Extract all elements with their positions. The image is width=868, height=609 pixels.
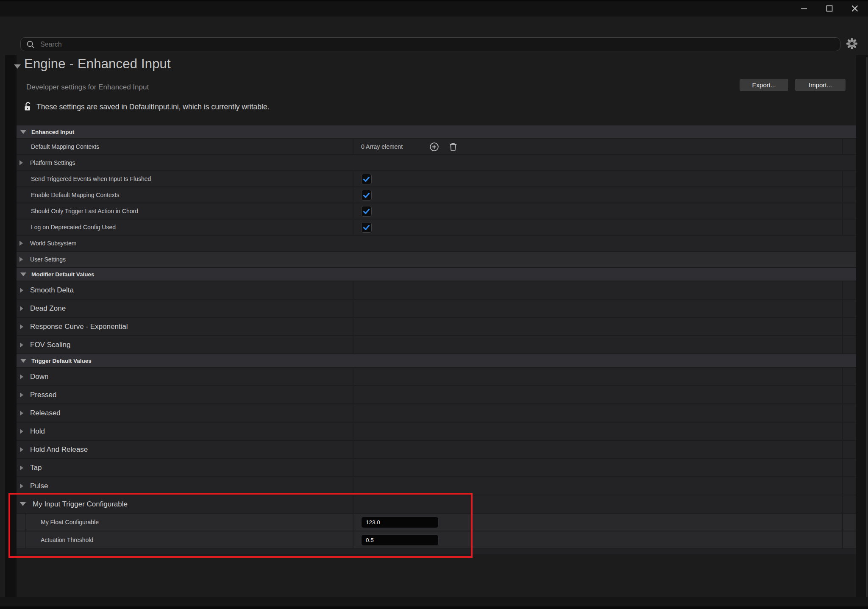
section-header-enhanced-input[interactable]: Enhanced Input <box>17 125 856 138</box>
row-fov-scaling[interactable]: FOV Scaling <box>17 336 856 353</box>
close-button[interactable] <box>848 3 862 14</box>
settings-table: Enhanced InputDefault Mapping Contexts0 … <box>17 125 856 555</box>
row-log-on-deprecated-config-used: Log on Deprecated Config Used <box>17 220 856 235</box>
checkbox[interactable] <box>361 174 372 184</box>
checkbox[interactable] <box>361 206 372 217</box>
maximize-button[interactable] <box>822 3 837 14</box>
expand-arrow-icon <box>20 484 23 489</box>
name-cell: Enable Default Mapping Contexts <box>17 187 353 203</box>
value-input[interactable] <box>361 517 439 528</box>
import-button[interactable]: Import... <box>795 79 846 91</box>
scrollbar[interactable] <box>866 57 868 597</box>
group-label: Pressed <box>30 391 56 399</box>
value-cell <box>353 386 842 403</box>
row-my-input-trigger-configurable[interactable]: My Input Trigger Configurable <box>17 495 856 513</box>
page-collapse-arrow-icon[interactable] <box>14 64 21 69</box>
value-cell <box>353 368 842 385</box>
expand-arrow-icon <box>20 465 23 470</box>
collapse-arrow-icon <box>20 273 26 276</box>
group-label: Pulse <box>30 482 48 490</box>
collapse-arrow-icon <box>20 130 26 134</box>
end-cell <box>843 459 856 476</box>
name-cell: Tap <box>17 459 353 476</box>
checkbox[interactable] <box>361 190 372 200</box>
header-cell: Trigger Default Values <box>17 354 856 367</box>
end-cell <box>843 139 856 154</box>
row-smooth-delta[interactable]: Smooth Delta <box>17 281 856 299</box>
row-should-only-trigger-last-action-in-chord: Should Only Trigger Last Action in Chord <box>17 203 856 219</box>
row-enable-default-mapping-contexts: Enable Default Mapping Contexts <box>17 187 856 203</box>
value-input[interactable] <box>361 534 439 546</box>
row-hold[interactable]: Hold <box>17 423 856 440</box>
section-header-modifier-default-values[interactable]: Modifier Default Values <box>17 268 856 281</box>
value-cell <box>353 404 842 422</box>
row-released[interactable]: Released <box>17 404 856 422</box>
name-cell: Down <box>17 368 353 385</box>
group-label: Released <box>30 409 61 417</box>
group-label: Dead Zone <box>30 304 66 313</box>
row-response-curve-exponential[interactable]: Response Curve - Exponential <box>17 318 856 335</box>
row-tap[interactable]: Tap <box>17 459 856 476</box>
row-my-float-configurable: My Float Configurable <box>17 514 856 531</box>
name-cell: My Float Configurable <box>26 514 353 531</box>
window-bottom-edge <box>0 606 868 609</box>
row-pressed[interactable]: Pressed <box>17 386 856 403</box>
row-hold-and-release[interactable]: Hold And Release <box>17 441 856 458</box>
end-cell <box>843 386 856 403</box>
title-bar <box>0 0 868 17</box>
value-cell <box>353 531 842 548</box>
group-label: Smooth Delta <box>30 286 74 295</box>
left-gutter <box>5 55 17 598</box>
clear-array-button[interactable] <box>448 142 458 152</box>
expand-arrow-icon <box>19 257 23 262</box>
checkmark-icon <box>362 207 370 215</box>
name-cell: Released <box>17 404 353 422</box>
end-cell <box>843 477 856 495</box>
row-world-subsystem[interactable]: World Subsystem <box>17 236 856 251</box>
section-header-trigger-default-values[interactable]: Trigger Default Values <box>17 354 856 367</box>
end-cell <box>843 171 856 186</box>
name-cell: Hold And Release <box>17 441 353 458</box>
spacer-cell <box>17 549 856 554</box>
page-subtitle: Developer settings for Enhanced Input <box>26 83 149 92</box>
group-label: FOV Scaling <box>30 341 70 349</box>
row-down[interactable]: Down <box>17 368 856 385</box>
expand-arrow-icon <box>20 447 23 452</box>
settings-gear-button[interactable] <box>845 37 859 50</box>
row-pulse[interactable]: Pulse <box>17 477 856 495</box>
checkmark-icon <box>362 191 370 199</box>
section-label: World Subsystem <box>30 240 76 247</box>
add-array-element-button[interactable] <box>429 142 440 152</box>
checkmark-icon <box>362 223 370 231</box>
checkbox[interactable] <box>361 222 372 233</box>
expand-arrow-icon <box>20 429 23 434</box>
end-cell <box>843 318 856 335</box>
property-label: Send Triggered Events when Input Is Flus… <box>31 175 151 182</box>
row-dead-zone[interactable]: Dead Zone <box>17 300 856 317</box>
minimize-icon <box>800 4 808 13</box>
end-cell <box>843 281 856 299</box>
array-actions <box>429 142 458 152</box>
close-icon <box>851 4 859 13</box>
maximize-icon <box>825 4 834 13</box>
section-header-label: Enhanced Input <box>31 129 74 135</box>
expand-arrow-icon <box>20 411 23 416</box>
property-label: Log on Deprecated Config Used <box>31 224 116 231</box>
row-user-settings[interactable]: User Settings <box>17 252 856 267</box>
minimize-button[interactable] <box>797 3 811 14</box>
end-cell <box>843 203 856 219</box>
section-label: User Settings <box>30 256 66 263</box>
value-cell <box>353 281 842 299</box>
trash-icon <box>448 142 458 152</box>
name-cell: Hold <box>17 423 353 440</box>
row-platform-settings[interactable]: Platform Settings <box>17 155 856 170</box>
collapse-arrow-icon <box>20 502 26 506</box>
export-button[interactable]: Export... <box>740 79 788 91</box>
indent-cell <box>17 531 25 548</box>
group-label: My Input Trigger Configurable <box>33 500 128 509</box>
gear-icon <box>846 37 858 50</box>
indent-cell <box>17 514 25 531</box>
expand-arrow-icon <box>19 160 23 165</box>
search-input[interactable] <box>39 40 835 49</box>
value-cell <box>353 423 842 440</box>
